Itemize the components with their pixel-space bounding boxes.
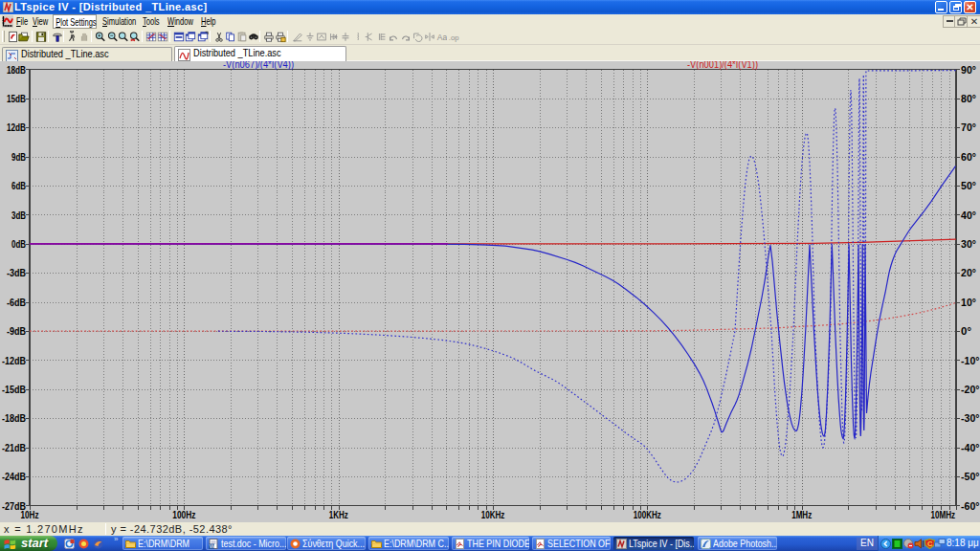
svg-text:-12dB: -12dB [2,355,26,366]
svg-text:3dB: 3dB [11,209,26,221]
svg-text:100Hz: 100Hz [172,509,195,520]
svg-text:-40°: -40° [961,442,980,453]
svg-text:-24dB: -24dB [2,471,26,482]
svg-text:C: C [927,540,933,548]
svg-text:70°: 70° [961,121,976,133]
svg-text:.op: .op [448,33,458,42]
svg-text:20°: 20° [961,267,976,278]
svg-text:40°: 40° [961,209,976,221]
svg-text:Aa: Aa [437,33,447,42]
svg-text:-21dB: -21dB [2,442,26,453]
svg-text:10MHz: 10MHz [931,509,956,520]
svg-text:18dB: 18dB [7,64,26,76]
svg-text:15dB: 15dB [7,93,26,104]
svg-text:9dB: 9dB [11,151,26,163]
svg-text:W: W [210,543,215,549]
svg-text:-20°: -20° [961,384,980,395]
svg-text:100KHz: 100KHz [634,509,661,520]
svg-text:0dB: 0dB [11,238,26,250]
svg-text:-V(n067)/(4*I(V4)): -V(n067)/(4*I(V4)) [223,61,294,70]
svg-text:-V(n001)/(4*I(V1)): -V(n001)/(4*I(V1)) [687,61,758,70]
svg-text:-9dB: -9dB [7,325,26,337]
svg-text:0°: 0° [961,325,971,337]
svg-text:12dB: 12dB [7,121,26,133]
svg-text:60°: 60° [961,151,976,163]
svg-text:-6dB: -6dB [7,297,26,308]
svg-text:10Hz: 10Hz [21,509,39,520]
svg-text:1KHz: 1KHz [329,509,348,520]
svg-text:-15dB: -15dB [2,384,26,395]
svg-text:90°: 90° [961,64,976,76]
svg-text:10°: 10° [961,297,976,308]
svg-text:30°: 30° [961,238,976,250]
svg-text:-60°: -60° [961,500,980,512]
svg-text:80°: 80° [961,93,976,104]
svg-text:6dB: 6dB [11,180,26,191]
svg-text:1MHz: 1MHz [791,509,812,520]
svg-text:-18dB: -18dB [2,412,26,424]
svg-text:-3dB: -3dB [7,267,26,278]
svg-text:-10°: -10° [961,355,980,366]
svg-text:-50°: -50° [961,471,980,482]
svg-text:50°: 50° [961,180,976,191]
svg-text:10KHz: 10KHz [481,509,505,520]
svg-text:-30°: -30° [961,412,980,424]
